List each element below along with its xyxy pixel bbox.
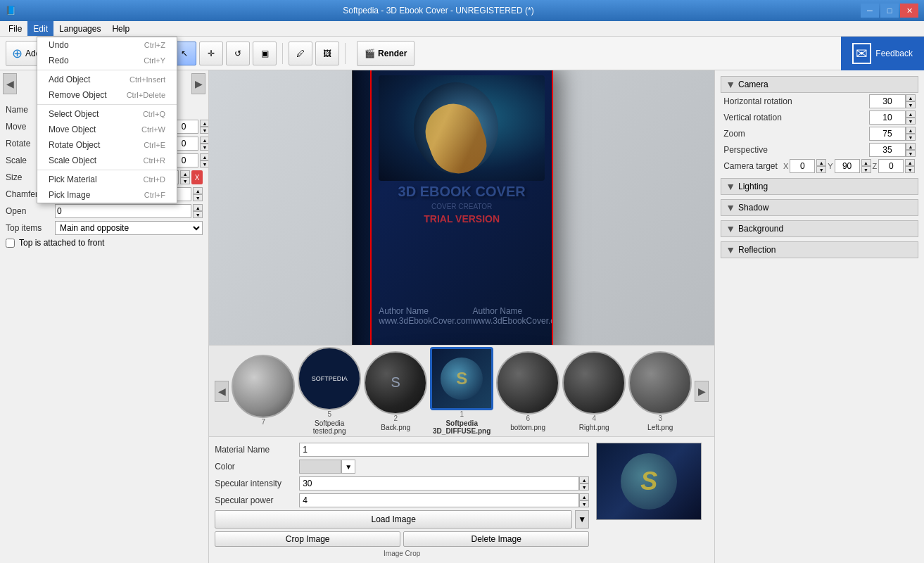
open-down[interactable]: ▼ xyxy=(193,211,203,218)
reflection-toggle-icon: ▼ xyxy=(726,244,735,255)
thumbnail-6[interactable]: 6 bottom.png xyxy=(496,351,559,431)
v-rotation-input[interactable] xyxy=(869,110,906,125)
specular-intensity-input[interactable] xyxy=(299,476,579,491)
menu-pick-image[interactable]: Pick Image Ctrl+F xyxy=(37,187,177,203)
rotate-tool-button[interactable]: ↺ xyxy=(226,42,250,65)
menu-rotate-object[interactable]: Rotate Object Ctrl+E xyxy=(37,137,177,153)
thumbnail-1[interactable]: S 1 Softpedia 3D_DIFFUSE.png xyxy=(430,347,493,435)
cam-z-up[interactable]: ▲ xyxy=(905,159,915,166)
image-tool-button[interactable]: 🖼 xyxy=(315,42,339,65)
open-input[interactable] xyxy=(55,204,191,218)
color-picker-button[interactable]: ▼ xyxy=(341,460,355,474)
menu-remove-object[interactable]: Remove Object Ctrl+Delete xyxy=(37,87,177,103)
zoom-down[interactable]: ▼ xyxy=(906,134,916,141)
minimize-button[interactable]: ─ xyxy=(861,4,879,18)
size-up[interactable]: ▲ xyxy=(180,170,190,177)
move-z-down[interactable]: ▼ xyxy=(200,127,208,134)
rotate-z-down[interactable]: ▼ xyxy=(200,144,208,151)
thumb-img-3 xyxy=(628,351,692,415)
menu-pick-material[interactable]: Pick Material Ctrl+D xyxy=(37,172,177,187)
specular-power-up[interactable]: ▲ xyxy=(579,493,589,500)
thumbnail-7[interactable]: 7 xyxy=(232,355,295,427)
h-rotation-input[interactable] xyxy=(869,94,906,108)
specular-power-input[interactable] xyxy=(299,493,579,507)
menu-help[interactable]: Help xyxy=(106,21,135,36)
menu-select-object[interactable]: Select Object Ctrl+Q xyxy=(37,106,177,122)
thumbnail-3[interactable]: 3 Left.png xyxy=(628,351,692,431)
menu-undo[interactable]: Undo Ctrl+Z xyxy=(37,37,177,53)
maximize-button[interactable]: □ xyxy=(880,4,899,18)
h-rotation-down[interactable]: ▼ xyxy=(906,101,916,108)
zoom-input[interactable] xyxy=(869,127,906,141)
close-button[interactable]: ✕ xyxy=(900,4,918,18)
image-actions-row: Crop Image Delete Image xyxy=(215,531,589,547)
scale-tool-button[interactable]: ▣ xyxy=(253,42,277,65)
specular-intensity-up[interactable]: ▲ xyxy=(579,476,589,483)
load-image-button[interactable]: Load Image xyxy=(215,510,572,529)
thumbnail-4[interactable]: 4 Right.png xyxy=(562,351,626,431)
perspective-input[interactable] xyxy=(869,143,906,157)
image-crop-label: Image Crop xyxy=(215,550,589,557)
top-attached-checkbox[interactable] xyxy=(6,239,15,248)
move-z-up[interactable]: ▲ xyxy=(200,120,208,127)
cam-target-y-input[interactable] xyxy=(835,159,860,173)
canvas-viewport[interactable]: 3D EBOOK COVER COVER CREATOR TRIAL VERSI… xyxy=(209,70,714,345)
menu-move-object[interactable]: Move Object Ctrl+W xyxy=(37,122,177,137)
perspective-up[interactable]: ▲ xyxy=(906,143,916,150)
cam-x-up[interactable]: ▲ xyxy=(816,159,826,166)
chamfer-up[interactable]: ▲ xyxy=(193,187,203,194)
delete-image-button[interactable]: Delete Image xyxy=(403,531,589,547)
material-tool-button[interactable]: 🖊 xyxy=(289,42,312,65)
scroll-right-button[interactable]: ▶ xyxy=(191,73,205,94)
scale-z-down[interactable]: ▼ xyxy=(200,160,208,167)
reflection-section-header[interactable]: ▼ Reflection xyxy=(721,241,918,258)
cam-target-x-input[interactable] xyxy=(790,159,815,173)
specular-power-down[interactable]: ▼ xyxy=(579,500,589,507)
menu-edit[interactable]: Edit xyxy=(27,21,53,36)
lighting-section-header[interactable]: ▼ Lighting xyxy=(721,178,918,195)
shadow-section-header[interactable]: ▼ Shadow xyxy=(721,199,918,216)
size-down[interactable]: ▼ xyxy=(180,177,190,184)
cam-y-down[interactable]: ▼ xyxy=(861,166,871,173)
crop-image-button[interactable]: Crop Image xyxy=(215,531,400,547)
move-tool-button[interactable]: ✛ xyxy=(199,42,223,65)
thumbnail-2[interactable]: S 2 Back.png xyxy=(364,351,427,431)
zoom-up[interactable]: ▲ xyxy=(906,127,916,134)
perspective-down[interactable]: ▼ xyxy=(906,150,916,157)
v-rotation-up[interactable]: ▲ xyxy=(906,110,916,118)
thumbnail-5[interactable]: SOFTPEDIA 5 Softpedia tested.png xyxy=(298,347,361,435)
scroll-left-button[interactable]: ◀ xyxy=(3,73,17,94)
rotate-z-up[interactable]: ▲ xyxy=(200,137,208,144)
perspective-row: Perspective ▲ ▼ xyxy=(721,143,918,157)
load-image-arrow-button[interactable]: ▼ xyxy=(575,510,589,529)
feedback-button[interactable]: ✉ Feedback xyxy=(841,37,924,70)
camera-section-header[interactable]: ▼ Camera xyxy=(721,76,918,93)
scale-z-up[interactable]: ▲ xyxy=(200,153,208,160)
material-name-input[interactable] xyxy=(299,443,589,457)
cam-target-z-input[interactable] xyxy=(878,159,904,173)
size-reset-button[interactable]: X xyxy=(191,170,203,184)
preview-image: S xyxy=(596,443,702,520)
book-cover: 3D EBOOK COVER COVER CREATOR TRIAL VERSI… xyxy=(370,70,553,345)
canvas-area: 3D EBOOK COVER COVER CREATOR TRIAL VERSI… xyxy=(209,70,714,563)
menu-redo[interactable]: Redo Ctrl+Y xyxy=(37,53,177,68)
material-name-row: Material Name xyxy=(215,443,589,457)
cam-z-down[interactable]: ▼ xyxy=(905,166,915,173)
render-button[interactable]: 🎬 Render xyxy=(357,41,414,66)
cam-x-down[interactable]: ▼ xyxy=(816,166,826,173)
top-items-select[interactable]: Main and opposite Main only None xyxy=(55,221,203,235)
background-section-header[interactable]: ▼ Background xyxy=(721,220,918,237)
thumb-scroll-left[interactable]: ◀ xyxy=(215,381,229,402)
open-up[interactable]: ▲ xyxy=(193,204,203,211)
thumb-scroll-right[interactable]: ▶ xyxy=(695,381,709,402)
zoom-row: Zoom ▲ ▼ xyxy=(721,127,918,141)
h-rotation-up[interactable]: ▲ xyxy=(906,94,916,101)
menu-add-object[interactable]: Add Object Ctrl+Insert xyxy=(37,72,177,87)
menu-scale-object[interactable]: Scale Object Ctrl+R xyxy=(37,153,177,168)
menu-languages[interactable]: Languages xyxy=(53,21,106,36)
specular-intensity-down[interactable]: ▼ xyxy=(579,483,589,491)
chamfer-down[interactable]: ▼ xyxy=(193,194,203,201)
menu-file[interactable]: File xyxy=(3,21,27,36)
v-rotation-down[interactable]: ▼ xyxy=(906,118,916,125)
cam-y-up[interactable]: ▲ xyxy=(861,159,871,166)
